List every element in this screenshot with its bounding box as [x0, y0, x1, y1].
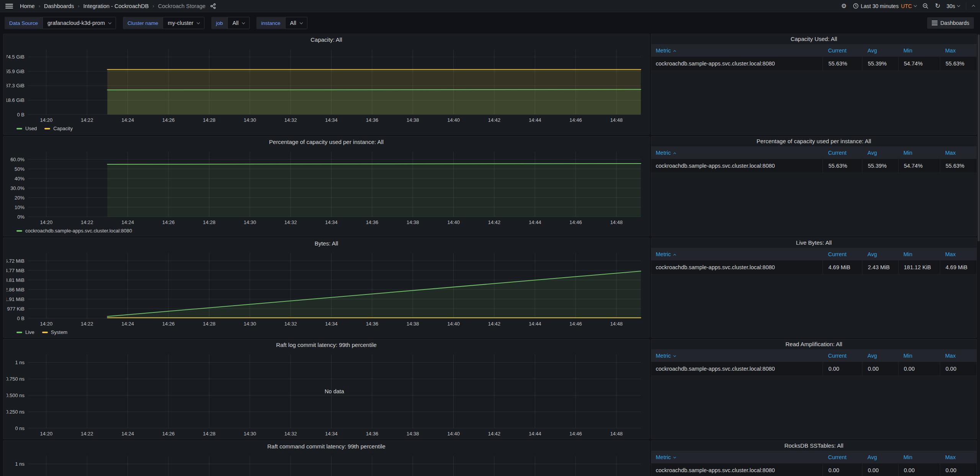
- time-series-chart[interactable]: 0 ns0.250 ns0.500 ns0.750 ns1 ns14:2014:…: [7, 350, 646, 438]
- column-header-avg[interactable]: Avg: [862, 248, 898, 260]
- data-source-select[interactable]: grafanacloud-k3d-prom: [42, 17, 116, 29]
- zoom-out-time-button[interactable]: [923, 3, 929, 9]
- column-header-current[interactable]: Current: [823, 350, 862, 362]
- time-series-chart[interactable]: 0 B18.6 GiB37.3 GiB55.9 GiB74.5 GiB14:20…: [7, 45, 646, 124]
- column-header-current[interactable]: Current: [823, 248, 862, 260]
- value-cell: 0.00: [940, 362, 977, 376]
- column-header-current[interactable]: Current: [823, 147, 862, 159]
- panel-title[interactable]: Percentage of capacity used per instance…: [7, 137, 646, 147]
- column-header-max[interactable]: Max: [940, 248, 977, 260]
- dashboards-list-button[interactable]: Dashboards: [927, 17, 974, 29]
- menu-toggle-button[interactable]: [5, 4, 13, 8]
- breadcrumb-dashboards[interactable]: Dashboards: [44, 3, 74, 9]
- column-header-metric[interactable]: Metric: [651, 451, 823, 463]
- legend-item[interactable]: Used: [16, 126, 37, 131]
- column-header-avg[interactable]: Avg: [862, 451, 898, 463]
- table-row: cockroachdb.sample-apps.svc.cluster.loca…: [651, 260, 977, 275]
- breadcrumb-current-dashboard: Cockroach Storage: [158, 3, 206, 9]
- time-series-chart[interactable]: 0 ns0.250 ns0.500 ns0.750 ns1 ns14:2014:…: [7, 451, 646, 476]
- column-header-min[interactable]: Min: [898, 44, 940, 57]
- column-header-avg[interactable]: Avg: [862, 147, 898, 159]
- panel-title[interactable]: Bytes: All: [7, 239, 646, 249]
- breadcrumb-home[interactable]: Home: [20, 3, 35, 9]
- panel-title[interactable]: Raft command commit latency: 99th percen…: [7, 442, 646, 451]
- scrollbar-thumb[interactable]: [978, 34, 980, 241]
- column-header-current[interactable]: Current: [823, 451, 862, 463]
- panel-title[interactable]: Live Bytes: All: [651, 238, 977, 248]
- dashboard-grid: Capacity: All0 B18.6 GiB37.3 GiB55.9 GiB…: [0, 34, 980, 476]
- column-header-max[interactable]: Max: [940, 350, 977, 362]
- breadcrumb-folder[interactable]: Integration - CockroachDB: [83, 3, 149, 9]
- column-header-max[interactable]: Max: [940, 451, 977, 463]
- svg-text:0 B: 0 B: [17, 112, 24, 118]
- column-header-metric[interactable]: Metric: [651, 44, 823, 57]
- column-header-max[interactable]: Max: [940, 44, 977, 57]
- column-header-max[interactable]: Max: [940, 147, 977, 159]
- time-series-chart[interactable]: 0%10%20%30.0%40%50%60.0%14:2014:2214:241…: [7, 147, 646, 227]
- svg-text:14:42: 14:42: [488, 219, 501, 225]
- svg-text:14:42: 14:42: [488, 431, 501, 437]
- series-color-marker: [42, 332, 48, 333]
- collapse-top-bar-button[interactable]: [972, 4, 975, 8]
- svg-text:14:26: 14:26: [162, 321, 175, 327]
- table-panel-percentage-of-capacity-used-per-instance-all: Percentage of capacity used per instance…: [651, 136, 977, 236]
- refresh-interval-dropdown[interactable]: 30s: [946, 3, 960, 9]
- legend-item[interactable]: Live: [16, 329, 34, 335]
- page-scrollbar[interactable]: [977, 34, 980, 476]
- svg-text:14:38: 14:38: [407, 321, 419, 327]
- value-cell: 55.63%: [940, 57, 977, 70]
- refresh-button[interactable]: ↻: [935, 3, 940, 9]
- chart-legend: UsedCapacity: [7, 124, 646, 132]
- svg-text:14:24: 14:24: [121, 431, 134, 437]
- panel-title[interactable]: Read Amplification: All: [651, 339, 977, 349]
- svg-text:4.77 MiB: 4.77 MiB: [7, 268, 24, 273]
- value-cell: 181.12 KiB: [898, 260, 940, 274]
- svg-text:74.5 GiB: 74.5 GiB: [7, 54, 24, 60]
- time-series-chart[interactable]: 0 B977 KiB1.91 MiB2.86 MiB3.81 MiB4.77 M…: [7, 249, 646, 328]
- instance-select[interactable]: All: [285, 17, 307, 29]
- metric-cell: cockroachdb.sample-apps.svc.cluster.loca…: [651, 57, 823, 70]
- svg-text:18.6 GiB: 18.6 GiB: [7, 97, 24, 103]
- column-header-min[interactable]: Min: [898, 147, 940, 159]
- column-header-min[interactable]: Min: [898, 451, 940, 463]
- column-header-avg[interactable]: Avg: [862, 44, 898, 57]
- svg-text:14:46: 14:46: [570, 321, 582, 327]
- dashboards-button-label: Dashboards: [941, 20, 970, 26]
- job-select[interactable]: All: [227, 17, 250, 29]
- cluster-name-select[interactable]: my-cluster: [163, 17, 204, 29]
- table-header-row: MetricCurrentAvgMinMax: [651, 146, 977, 159]
- legend-label: Live: [25, 329, 34, 335]
- column-header-avg[interactable]: Avg: [862, 350, 898, 362]
- refresh-interval-label: 30s: [946, 3, 955, 9]
- chevron-down-icon: [957, 4, 960, 7]
- time-range-picker[interactable]: Last 30 minutes UTC: [853, 3, 917, 9]
- svg-text:14:44: 14:44: [529, 321, 541, 327]
- sort-asc-icon: [673, 50, 676, 52]
- panel-title[interactable]: Capacity Used: All: [651, 34, 977, 44]
- legend-item[interactable]: cockroachdb.sample-apps.svc.cluster.loca…: [16, 228, 132, 234]
- share-button[interactable]: [210, 3, 216, 9]
- svg-text:30.0%: 30.0%: [10, 185, 24, 191]
- job-variable: job All: [211, 17, 250, 29]
- panel-title[interactable]: RocksDB SSTables: All: [651, 441, 977, 451]
- svg-text:14:32: 14:32: [284, 219, 297, 225]
- legend-item[interactable]: Capacity: [44, 126, 73, 131]
- column-header-metric[interactable]: Metric: [651, 248, 823, 260]
- legend-item[interactable]: System: [42, 329, 67, 335]
- panel-title[interactable]: Raft log commit latency: 99th percentile: [7, 340, 646, 350]
- series-color-marker: [44, 128, 50, 129]
- dashboard-settings-button[interactable]: ⚙: [841, 3, 846, 9]
- column-header-min[interactable]: Min: [898, 248, 940, 260]
- panel-title[interactable]: Percentage of capacity used per instance…: [651, 136, 977, 146]
- graph-panel-raft-log-commit-latency-99th-percentile: Raft log commit latency: 99th percentile…: [3, 339, 650, 439]
- column-header-current[interactable]: Current: [823, 44, 862, 57]
- svg-text:14:38: 14:38: [407, 219, 419, 225]
- column-header-metric[interactable]: Metric: [651, 147, 823, 159]
- panel-title[interactable]: Capacity: All: [7, 35, 646, 45]
- table-panel-live-bytes-all: Live Bytes: AllMetricCurrentAvgMinMaxcoc…: [651, 237, 977, 338]
- svg-text:14:32: 14:32: [284, 431, 297, 437]
- column-header-metric[interactable]: Metric: [651, 350, 823, 362]
- timezone-label: UTC: [901, 3, 912, 9]
- svg-text:0 ns: 0 ns: [15, 425, 24, 431]
- column-header-min[interactable]: Min: [898, 350, 940, 362]
